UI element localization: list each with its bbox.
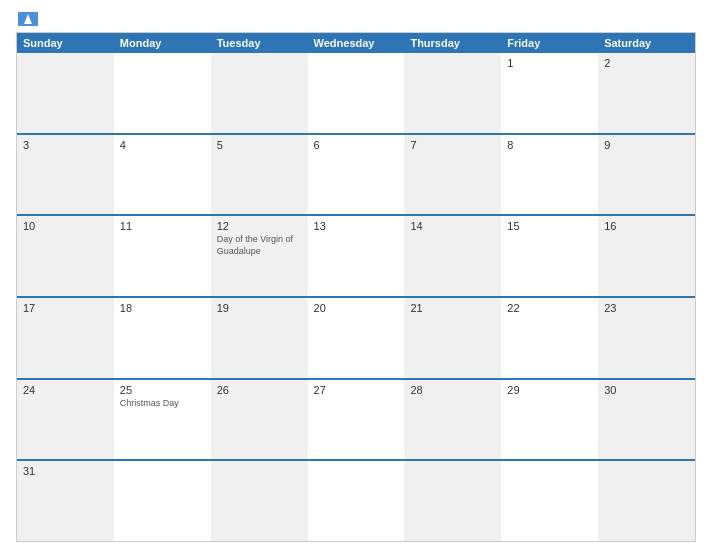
day-header-monday: Monday bbox=[114, 33, 211, 53]
day-number: 22 bbox=[507, 302, 592, 314]
day-number: 29 bbox=[507, 384, 592, 396]
day-cell: 31 bbox=[17, 461, 114, 541]
day-cell: 11 bbox=[114, 216, 211, 296]
day-number: 1 bbox=[507, 57, 592, 69]
day-cell: 28 bbox=[404, 380, 501, 460]
day-cell: 1 bbox=[501, 53, 598, 133]
day-number: 13 bbox=[314, 220, 399, 232]
day-number: 24 bbox=[23, 384, 108, 396]
day-cell bbox=[598, 461, 695, 541]
day-header-saturday: Saturday bbox=[598, 33, 695, 53]
day-number: 9 bbox=[604, 139, 689, 151]
day-cell: 17 bbox=[17, 298, 114, 378]
day-number: 15 bbox=[507, 220, 592, 232]
day-cell: 6 bbox=[308, 135, 405, 215]
day-number: 10 bbox=[23, 220, 108, 232]
day-cell: 15 bbox=[501, 216, 598, 296]
day-header-friday: Friday bbox=[501, 33, 598, 53]
day-cell bbox=[211, 461, 308, 541]
day-number: 28 bbox=[410, 384, 495, 396]
day-number: 19 bbox=[217, 302, 302, 314]
day-cell: 8 bbox=[501, 135, 598, 215]
day-header-wednesday: Wednesday bbox=[308, 33, 405, 53]
day-cell: 4 bbox=[114, 135, 211, 215]
week-row-5: 2425Christmas Day2627282930 bbox=[17, 378, 695, 460]
day-cell bbox=[308, 461, 405, 541]
day-number: 31 bbox=[23, 465, 108, 477]
day-cell: 18 bbox=[114, 298, 211, 378]
week-row-1: 12 bbox=[17, 53, 695, 133]
day-cell bbox=[17, 53, 114, 133]
logo bbox=[16, 12, 38, 26]
day-number: 12 bbox=[217, 220, 302, 232]
day-cell: 9 bbox=[598, 135, 695, 215]
day-cell: 20 bbox=[308, 298, 405, 378]
week-row-4: 17181920212223 bbox=[17, 296, 695, 378]
day-cell: 26 bbox=[211, 380, 308, 460]
day-cell: 23 bbox=[598, 298, 695, 378]
day-cell: 16 bbox=[598, 216, 695, 296]
day-number: 17 bbox=[23, 302, 108, 314]
day-cell: 7 bbox=[404, 135, 501, 215]
week-row-2: 3456789 bbox=[17, 133, 695, 215]
day-headers-row: SundayMondayTuesdayWednesdayThursdayFrid… bbox=[17, 33, 695, 53]
day-number: 21 bbox=[410, 302, 495, 314]
day-number: 27 bbox=[314, 384, 399, 396]
day-cell bbox=[114, 461, 211, 541]
day-cell: 13 bbox=[308, 216, 405, 296]
header bbox=[16, 12, 696, 26]
day-cell: 19 bbox=[211, 298, 308, 378]
day-cell bbox=[404, 53, 501, 133]
day-header-thursday: Thursday bbox=[404, 33, 501, 53]
day-cell: 10 bbox=[17, 216, 114, 296]
day-cell: 25Christmas Day bbox=[114, 380, 211, 460]
day-cell bbox=[308, 53, 405, 133]
day-number: 20 bbox=[314, 302, 399, 314]
day-header-tuesday: Tuesday bbox=[211, 33, 308, 53]
day-number: 11 bbox=[120, 220, 205, 232]
day-number: 3 bbox=[23, 139, 108, 151]
day-cell bbox=[404, 461, 501, 541]
day-cell bbox=[501, 461, 598, 541]
holiday-label: Christmas Day bbox=[120, 398, 205, 410]
week-row-6: 31 bbox=[17, 459, 695, 541]
day-cell: 29 bbox=[501, 380, 598, 460]
day-cell: 27 bbox=[308, 380, 405, 460]
day-number: 14 bbox=[410, 220, 495, 232]
day-number: 23 bbox=[604, 302, 689, 314]
day-number: 8 bbox=[507, 139, 592, 151]
calendar-grid: SundayMondayTuesdayWednesdayThursdayFrid… bbox=[16, 32, 696, 542]
day-number: 2 bbox=[604, 57, 689, 69]
day-number: 26 bbox=[217, 384, 302, 396]
holiday-label: Day of the Virgin of Guadalupe bbox=[217, 234, 302, 257]
day-number: 4 bbox=[120, 139, 205, 151]
day-number: 18 bbox=[120, 302, 205, 314]
day-cell: 2 bbox=[598, 53, 695, 133]
day-cell: 5 bbox=[211, 135, 308, 215]
calendar-page: SundayMondayTuesdayWednesdayThursdayFrid… bbox=[0, 0, 712, 550]
day-cell: 3 bbox=[17, 135, 114, 215]
day-cell bbox=[114, 53, 211, 133]
day-cell: 22 bbox=[501, 298, 598, 378]
weeks-container: 123456789101112Day of the Virgin of Guad… bbox=[17, 53, 695, 541]
day-number: 5 bbox=[217, 139, 302, 151]
day-header-sunday: Sunday bbox=[17, 33, 114, 53]
day-cell: 14 bbox=[404, 216, 501, 296]
day-cell: 30 bbox=[598, 380, 695, 460]
day-number: 7 bbox=[410, 139, 495, 151]
day-cell: 21 bbox=[404, 298, 501, 378]
day-number: 30 bbox=[604, 384, 689, 396]
day-cell: 12Day of the Virgin of Guadalupe bbox=[211, 216, 308, 296]
day-cell: 24 bbox=[17, 380, 114, 460]
logo-flag-icon bbox=[18, 12, 38, 26]
week-row-3: 101112Day of the Virgin of Guadalupe1314… bbox=[17, 214, 695, 296]
day-number: 16 bbox=[604, 220, 689, 232]
day-cell bbox=[211, 53, 308, 133]
day-number: 6 bbox=[314, 139, 399, 151]
day-number: 25 bbox=[120, 384, 205, 396]
